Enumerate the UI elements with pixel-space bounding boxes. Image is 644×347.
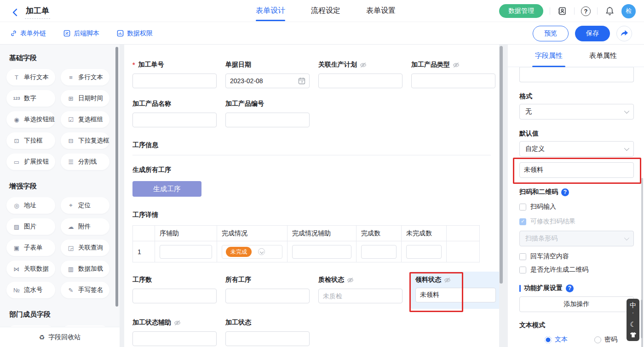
field-product-type[interactable]: 加工产品类型 bbox=[411, 60, 495, 88]
field-document-date[interactable]: 单据日期 bbox=[225, 60, 310, 88]
field-item-signature[interactable]: ✎手写签名 bbox=[61, 282, 109, 298]
uncompleted-count-cell-input[interactable] bbox=[406, 245, 442, 259]
permission-icon bbox=[117, 30, 124, 37]
recycle-icon: ♻ bbox=[39, 334, 45, 341]
ime-fullwidth-moon-icon[interactable]: ☾ bbox=[630, 321, 636, 328]
field-quality-check-status[interactable]: 质检状态 bbox=[318, 275, 402, 309]
process-status-aux-input[interactable] bbox=[132, 331, 217, 346]
default-value-input[interactable] bbox=[519, 162, 634, 178]
help-badge-icon[interactable]: ? bbox=[561, 188, 569, 196]
all-process-input[interactable] bbox=[225, 289, 310, 303]
help-badge-icon[interactable]: ? bbox=[566, 284, 574, 292]
scan-input-checkbox[interactable]: 扫码输入 bbox=[519, 203, 634, 211]
related-production-plan-input[interactable] bbox=[318, 74, 402, 88]
field-recycle-bin[interactable]: ♻ 字段回收站 bbox=[0, 327, 120, 347]
quality-check-status-input[interactable] bbox=[318, 289, 402, 303]
field-item-extend-button[interactable]: ▭扩展按钮 bbox=[6, 154, 55, 170]
add-action-button[interactable]: 添加操作 bbox=[519, 296, 634, 312]
field-item-location[interactable]: ⌖定位 bbox=[61, 197, 109, 214]
contacts-book-icon[interactable] bbox=[557, 6, 568, 17]
field-item-subform[interactable]: ▣子表单 bbox=[6, 239, 55, 256]
field-name-input[interactable] bbox=[519, 67, 634, 82]
aux-cell-input[interactable] bbox=[160, 245, 212, 259]
tab-field-properties[interactable]: 字段属性 bbox=[535, 45, 563, 67]
process-count-input[interactable] bbox=[132, 289, 217, 303]
field-generate-all-process[interactable]: 生成所有工序 生成工序 bbox=[132, 165, 491, 197]
product-code-input[interactable] bbox=[225, 113, 310, 127]
document-date-input[interactable] bbox=[225, 74, 310, 88]
divider bbox=[550, 7, 550, 15]
generate-process-button[interactable]: 生成工序 bbox=[132, 181, 201, 197]
canvas-scrollbar[interactable] bbox=[500, 46, 503, 284]
field-item-serial-number[interactable]: №流水号 bbox=[6, 282, 55, 298]
field-item-number[interactable]: 123数字 bbox=[6, 90, 55, 107]
ime-toolbar[interactable]: 中 ʼ ☾ bbox=[627, 299, 639, 341]
checkbox-unchecked[interactable] bbox=[519, 204, 526, 210]
backend-script-link[interactable]: 后端脚本 bbox=[63, 29, 99, 38]
data-permission-link[interactable]: 数据权限 bbox=[117, 29, 153, 38]
field-related-production-plan[interactable]: 关联生产计划 bbox=[318, 60, 402, 88]
radio-option-text[interactable]: 文本 bbox=[545, 336, 568, 344]
field-item-attachment[interactable]: ☁附件 bbox=[61, 218, 109, 235]
field-item-radio-group[interactable]: ◉单选按钮组 bbox=[6, 111, 55, 128]
field-item-multi-line-text[interactable]: ≡多行文本 bbox=[61, 69, 109, 85]
material-status-input[interactable] bbox=[415, 288, 496, 302]
selected-field-material-status[interactable]: 领料状态 bbox=[411, 272, 499, 309]
checkbox-unchecked[interactable] bbox=[519, 267, 526, 273]
completion-status-select[interactable]: 未完成 bbox=[222, 245, 282, 259]
product-type-input[interactable] bbox=[411, 74, 495, 88]
process-order-no-input[interactable] bbox=[132, 74, 217, 88]
field-all-process[interactable]: 所有工序 bbox=[225, 275, 310, 309]
field-process-status-aux[interactable]: 加工状态辅助 bbox=[132, 318, 217, 346]
format-select[interactable]: 无 bbox=[519, 104, 634, 119]
field-item-multi-dropdown[interactable]: ⊟下拉复选框 bbox=[61, 132, 109, 149]
field-item-checkbox-group[interactable]: ☑复选框组 bbox=[61, 111, 109, 128]
field-item-relation-data[interactable]: ⋈关联数据 bbox=[6, 261, 55, 277]
default-type-select[interactable]: 自定义 bbox=[519, 141, 634, 157]
field-process-order-no[interactable]: *加工单号 bbox=[132, 60, 217, 88]
scan-editable-checkbox[interactable]: 可修改扫码结果 bbox=[519, 217, 634, 226]
form-external-link[interactable]: 表单外链 bbox=[10, 29, 46, 38]
divider-section-process-info[interactable]: 工序信息 bbox=[132, 141, 491, 155]
tab-form-design[interactable]: 表单设计 bbox=[256, 0, 285, 22]
share-button[interactable] bbox=[616, 26, 632, 41]
sidebar-scrollbar[interactable] bbox=[115, 47, 118, 307]
field-item-data-load[interactable]: ▥数据加载 bbox=[61, 261, 109, 277]
field-item-divider-line[interactable]: ☰分割线 bbox=[61, 154, 109, 170]
field-item-image[interactable]: ▨图片 bbox=[6, 218, 55, 235]
user-avatar[interactable]: 检 bbox=[621, 4, 636, 18]
ime-punctuation-icon[interactable]: ʼ bbox=[632, 313, 633, 316]
ime-skin-shirt-icon[interactable] bbox=[630, 332, 637, 338]
field-item-relation-query[interactable]: ◲关联查询 bbox=[61, 239, 109, 256]
data-manage-button[interactable]: 数据管理 bbox=[499, 4, 543, 18]
field-item-address[interactable]: ◎地址 bbox=[6, 197, 55, 214]
field-product-code[interactable]: 加工产品编号 bbox=[225, 99, 310, 127]
form-title[interactable]: 加工单 bbox=[25, 6, 50, 19]
window-scrollbar[interactable] bbox=[641, 300, 643, 338]
enter-clear-checkbox[interactable]: 回车清空内容 bbox=[519, 252, 634, 261]
save-button[interactable]: 保存 bbox=[575, 26, 610, 41]
locate-icon: ⌖ bbox=[67, 202, 75, 209]
field-process-count[interactable]: 工序数 bbox=[132, 275, 217, 309]
radio-option-password[interactable]: 密码 bbox=[594, 336, 617, 344]
field-process-status[interactable]: 加工状态 bbox=[225, 318, 310, 346]
preview-button[interactable]: 预览 bbox=[533, 26, 569, 41]
field-item-datetime[interactable]: ⊞日期时间 bbox=[61, 90, 109, 107]
process-status-input[interactable] bbox=[225, 331, 310, 346]
help-icon[interactable]: ? bbox=[581, 6, 591, 16]
checkbox-unchecked[interactable] bbox=[519, 253, 526, 260]
tab-form-properties[interactable]: 表单属性 bbox=[589, 45, 617, 67]
field-item-single-line-text[interactable]: T单行文本 bbox=[6, 69, 55, 85]
completion-aux-cell-input[interactable] bbox=[292, 245, 351, 259]
tab-form-setting[interactable]: 表单设置 bbox=[366, 0, 396, 22]
field-item-dropdown[interactable]: ⊡下拉框 bbox=[6, 132, 55, 149]
product-name-input[interactable] bbox=[132, 113, 217, 127]
back-icon[interactable] bbox=[9, 7, 20, 18]
notification-bell-icon[interactable] bbox=[604, 6, 615, 17]
ime-language-indicator[interactable]: 中 bbox=[630, 302, 636, 308]
completed-count-cell-input[interactable] bbox=[361, 245, 397, 259]
field-product-name[interactable]: 加工产品名称 bbox=[132, 99, 217, 127]
field-process-detail-table[interactable]: 工序详情 序辅助 完成情况 完成情况辅助 完成数 未完成数 1 未完成 bbox=[132, 210, 491, 262]
tab-flow-setting[interactable]: 流程设定 bbox=[311, 0, 340, 22]
allow-qr-checkbox[interactable]: 是否允许生成二维码 bbox=[519, 266, 634, 274]
